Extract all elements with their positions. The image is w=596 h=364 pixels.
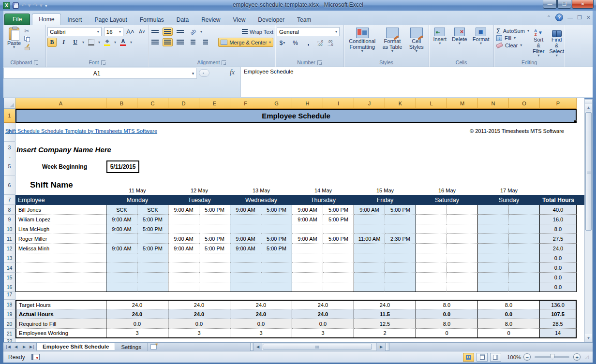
summary-value-cell[interactable]: 3 <box>168 329 230 338</box>
shift-time-cell[interactable] <box>323 244 354 253</box>
paste-button[interactable]: Paste▾ <box>5 26 23 59</box>
shift-time-cell[interactable]: 9:00 AM <box>354 205 385 215</box>
shift-time-cell[interactable] <box>230 215 261 224</box>
shift-time-cell[interactable] <box>168 215 199 224</box>
column-header-E[interactable]: E <box>199 98 230 109</box>
shift-time-cell[interactable] <box>416 224 447 234</box>
shift-time-cell[interactable]: 9:00 AM <box>230 244 261 253</box>
decrease-indent-icon[interactable] <box>188 38 198 46</box>
employee-name-cell[interactable]: Roger Miller <box>15 234 106 244</box>
row-header[interactable]: 9 <box>4 215 15 224</box>
tab-insert[interactable]: Insert <box>61 15 88 25</box>
record-macro-icon[interactable] <box>31 354 40 360</box>
summary-label-cell[interactable]: Required to Fill <box>15 319 106 329</box>
shift-time-cell[interactable] <box>106 273 137 282</box>
shift-time-cell[interactable] <box>292 282 323 292</box>
summary-total-cell[interactable]: 14 <box>540 329 577 338</box>
row-header[interactable]: 15 <box>4 273 15 282</box>
summary-value-cell[interactable]: 24.0 <box>230 300 292 309</box>
shift-time-cell[interactable] <box>137 282 168 292</box>
number-format-combo[interactable]: General▾ <box>277 27 340 36</box>
shift-time-cell[interactable] <box>354 244 385 253</box>
shift-time-cell[interactable] <box>137 263 168 273</box>
shift-time-cell[interactable] <box>509 282 540 292</box>
summary-total-cell[interactable]: 107.5 <box>540 309 577 319</box>
align-top-icon[interactable] <box>150 28 160 36</box>
employee-name-cell[interactable] <box>15 253 106 263</box>
shift-time-cell[interactable] <box>323 273 354 282</box>
zoom-slider[interactable] <box>535 356 569 358</box>
row-header[interactable]: 20 <box>4 319 15 329</box>
shift-time-cell[interactable] <box>385 253 416 263</box>
summary-value-cell[interactable]: 24.0 <box>230 309 292 319</box>
column-header-O[interactable]: O <box>509 98 540 109</box>
resize-grip-icon[interactable]: ◿ <box>585 354 589 360</box>
shift-time-cell[interactable]: SCK <box>106 205 137 215</box>
shift-time-cell[interactable] <box>261 282 292 292</box>
zoom-in-icon[interactable]: + <box>573 353 581 361</box>
vertical-scrollbar[interactable]: ▲ ▼ <box>584 99 593 342</box>
summary-value-cell[interactable]: 0.0 <box>416 309 478 319</box>
shift-time-cell[interactable] <box>447 273 478 282</box>
alignment-dialog-launcher[interactable] <box>222 60 226 65</box>
close-button[interactable]: ✕ <box>572 0 594 9</box>
shift-time-cell[interactable]: 5:00 PM <box>199 244 230 253</box>
summary-value-cell[interactable]: 0 <box>416 329 478 338</box>
shift-time-cell[interactable] <box>261 273 292 282</box>
shift-time-cell[interactable] <box>416 215 447 224</box>
shift-time-cell[interactable]: 5:00 PM <box>323 215 354 224</box>
shift-time-cell[interactable] <box>416 253 447 263</box>
shift-time-cell[interactable]: 2:30 PM <box>385 234 416 244</box>
sheet-tab-settings[interactable]: Settings <box>115 343 148 351</box>
row-header[interactable]: 14 <box>4 263 15 273</box>
summary-value-cell[interactable]: 0.0 <box>292 319 354 329</box>
shift-time-cell[interactable]: 9:00 AM <box>230 205 261 215</box>
summary-value-cell[interactable]: 3 <box>292 329 354 338</box>
select-all-corner[interactable] <box>4 98 15 109</box>
shift-time-cell[interactable] <box>509 234 540 244</box>
row-header[interactable]: 13 <box>4 253 15 263</box>
shift-time-cell[interactable]: 9:00 AM <box>106 215 137 224</box>
minimize-button[interactable]: — <box>543 0 557 9</box>
total-hours-cell[interactable]: 27.5 <box>540 234 577 244</box>
summary-value-cell[interactable]: 8.0 <box>478 300 540 309</box>
shift-time-cell[interactable] <box>106 253 137 263</box>
column-header-A[interactable]: A <box>15 98 106 109</box>
summary-value-cell[interactable]: 11.5 <box>354 309 416 319</box>
row-header[interactable]: 8 <box>4 205 15 215</box>
employee-name-cell[interactable]: Bill Jones <box>15 205 106 215</box>
column-header-K[interactable]: K <box>385 98 416 109</box>
summary-value-cell[interactable]: 8.0 <box>416 300 478 309</box>
cell-title-merged[interactable]: Employee Schedule <box>15 109 577 123</box>
shift-time-cell[interactable]: 5:00 PM <box>199 234 230 244</box>
shift-time-cell[interactable] <box>478 253 509 263</box>
total-hours-cell[interactable]: 0.0 <box>540 282 577 292</box>
copy-icon[interactable] <box>24 36 30 42</box>
sheet-grid[interactable]: ABCDEFGHIJKLMNOP 1 Employee Schedule 2 S… <box>4 98 584 342</box>
week-date-cell[interactable]: 5/11/2015 <box>106 160 139 173</box>
cell-styles-button[interactable]: Cell Styles▾ <box>407 26 426 59</box>
shift-time-cell[interactable] <box>385 244 416 253</box>
conditional-formatting-button[interactable]: Conditional Formatting▾ <box>346 26 378 59</box>
shift-time-cell[interactable] <box>416 244 447 253</box>
align-bottom-icon[interactable] <box>175 28 185 36</box>
shift-time-cell[interactable]: 5:00 PM <box>323 205 354 215</box>
shift-time-cell[interactable]: 5:00 PM <box>199 205 230 215</box>
tab-home[interactable]: Home <box>32 14 61 25</box>
shift-time-cell[interactable] <box>447 253 478 263</box>
underline-button[interactable]: U <box>71 38 80 47</box>
shift-time-cell[interactable]: 9:00 AM <box>106 224 137 234</box>
summary-value-cell[interactable]: 24.0 <box>292 300 354 309</box>
shift-time-cell[interactable] <box>478 263 509 273</box>
fill-button[interactable]: ↓Fill▾ <box>496 35 529 41</box>
shift-time-cell[interactable] <box>478 224 509 234</box>
shift-time-cell[interactable] <box>292 263 323 273</box>
grow-font-icon[interactable]: A˄ <box>126 27 135 36</box>
shift-time-cell[interactable] <box>385 215 416 224</box>
total-hours-cell[interactable]: 0.0 <box>540 263 577 273</box>
formula-input[interactable]: Employee Schedule <box>240 67 593 97</box>
column-header-I[interactable]: I <box>323 98 354 109</box>
align-left-icon[interactable] <box>150 38 160 46</box>
column-header-M[interactable]: M <box>447 98 478 109</box>
hscroll-left-icon[interactable]: ◀ <box>253 343 262 351</box>
